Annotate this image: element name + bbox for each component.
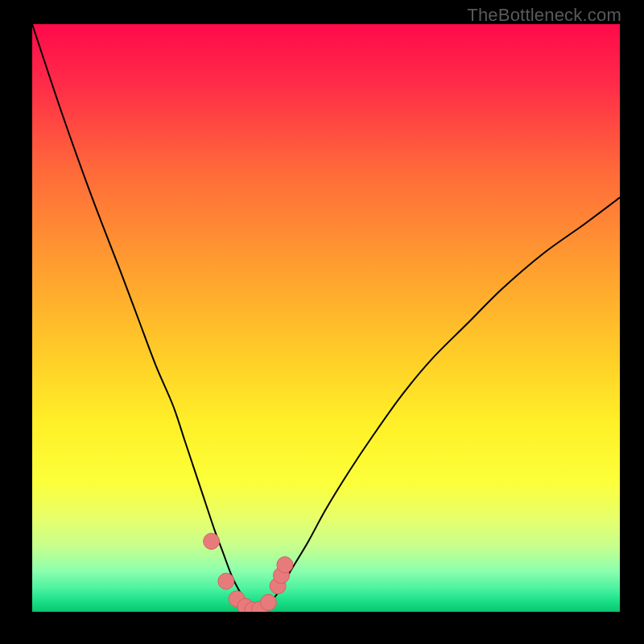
data-marker [204, 533, 220, 549]
chart-svg [32, 24, 620, 612]
data-marker [218, 573, 234, 589]
data-marker [277, 557, 293, 573]
watermark-text: TheBottleneck.com [467, 5, 621, 26]
gradient-background [32, 24, 620, 612]
data-marker [260, 594, 276, 610]
chart-frame: TheBottleneck.com [0, 0, 644, 644]
plot-area [32, 24, 620, 612]
